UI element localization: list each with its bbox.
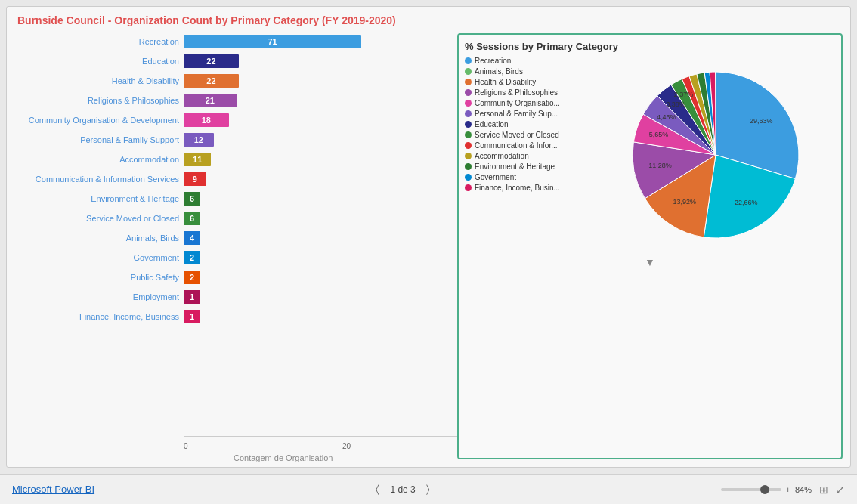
x-axis-title: Contagem de Organisation xyxy=(234,453,333,462)
bar-row: Education22 xyxy=(17,53,388,70)
bar-row: Recreation71 xyxy=(17,33,388,50)
legend-dot xyxy=(465,100,472,107)
bar-segment[interactable]: 18 xyxy=(184,113,229,127)
bar-label: Health & Disability xyxy=(17,76,184,85)
bar-wrap: 2 xyxy=(184,271,388,284)
pie-panel: % Sessions by Primary Category Recreatio… xyxy=(457,33,843,459)
bar-label: Environment & Heritage xyxy=(17,194,184,203)
legend-dot xyxy=(465,131,472,138)
bar-segment[interactable]: 9 xyxy=(184,172,206,186)
bar-wrap: 6 xyxy=(184,212,388,225)
bar-segment[interactable]: 11 xyxy=(184,153,211,166)
bar-wrap: 2 xyxy=(184,251,388,264)
pie-content: RecreationAnimals, BirdsHealth & Disabil… xyxy=(465,57,835,253)
bar-label: Accommodation xyxy=(17,155,184,164)
bar-row: Accommodation11 xyxy=(17,151,388,168)
bar-segment[interactable]: 1 xyxy=(184,290,200,304)
power-bi-brand[interactable]: Microsoft Power BI xyxy=(12,484,94,495)
legend-label: Communication & Infor... xyxy=(475,141,558,150)
legend-dot xyxy=(465,68,472,75)
pie-pct-label: 4,46% xyxy=(657,113,676,121)
bar-segment[interactable]: 6 xyxy=(184,192,200,206)
legend-dot xyxy=(465,79,472,85)
bar-label: Government xyxy=(17,253,184,262)
legend-dot xyxy=(465,184,472,191)
bar-segment[interactable]: 12 xyxy=(184,133,214,147)
bar-segment[interactable]: 4 xyxy=(184,231,200,245)
bar-label: Religions & Philosophies xyxy=(17,96,184,105)
bar-row: Service Moved or Closed6 xyxy=(17,210,388,227)
chart-title: Burnside Council - Organization Count by… xyxy=(17,14,840,26)
legend-dot xyxy=(465,57,472,64)
legend-dot xyxy=(465,110,472,117)
legend-label: Finance, Income, Busin... xyxy=(475,184,560,192)
bottom-right-controls: − + 84% ⊞ ⤢ xyxy=(711,484,845,496)
x-tick-label: 20 xyxy=(342,442,351,450)
zoom-controls: − + 84% xyxy=(711,485,812,494)
pie-pct-label: 29,63% xyxy=(749,117,772,125)
scroll-arrow[interactable]: ▼ xyxy=(465,256,835,268)
legend-label: Personal & Family Sup... xyxy=(475,110,558,118)
fullscreen-icon[interactable]: ⤢ xyxy=(836,484,845,496)
pie-pct-label: 22,66% xyxy=(735,199,758,206)
legend-item: Recreation xyxy=(465,57,589,65)
bar-segment[interactable]: 2 xyxy=(184,251,200,264)
bar-wrap: 18 xyxy=(184,113,388,127)
legend-dot xyxy=(465,89,472,96)
legend-item: Government xyxy=(465,173,589,181)
legend-label: Animals, Birds xyxy=(475,67,523,76)
legend-item: Education xyxy=(465,120,589,128)
bar-segment[interactable]: 22 xyxy=(184,54,239,68)
bar-row: Environment & Heritage6 xyxy=(17,190,388,207)
zoom-handle[interactable] xyxy=(760,485,769,494)
bar-segment[interactable]: 2 xyxy=(184,271,200,284)
zoom-plus[interactable]: + xyxy=(786,485,790,494)
pie-title: % Sessions by Primary Category xyxy=(465,41,835,52)
page-indicator: 1 de 3 xyxy=(390,484,415,495)
legend-dot xyxy=(465,121,472,128)
bar-segment[interactable]: 21 xyxy=(184,94,237,107)
pie-pct-label: 2,37% xyxy=(673,91,693,98)
bar-segment[interactable]: 6 xyxy=(184,212,200,225)
legend-dot xyxy=(465,174,472,181)
bar-row: Employment1 xyxy=(17,289,388,305)
x-tick-label: 0 xyxy=(184,442,188,450)
bar-segment[interactable]: 22 xyxy=(184,74,239,88)
pie-legend: RecreationAnimals, BirdsHealth & Disabil… xyxy=(465,57,589,253)
legend-label: Environment & Heritage xyxy=(475,162,555,171)
bar-row: Public Safety2 xyxy=(17,269,388,286)
zoom-minus[interactable]: − xyxy=(711,485,716,494)
bar-row: Communication & Information Services9 xyxy=(17,171,388,187)
legend-item: Finance, Income, Busin... xyxy=(465,184,589,192)
bar-label: Public Safety xyxy=(17,273,184,282)
legend-item: Accommodation xyxy=(465,152,589,160)
prev-page-button[interactable]: 〈 xyxy=(371,481,384,497)
bar-segment[interactable]: 1 xyxy=(184,310,200,323)
bottom-bar: Microsoft Power BI 〈 1 de 3 〉 − + 84% ⊞ … xyxy=(0,474,857,504)
bar-wrap: 9 xyxy=(184,172,388,186)
bar-segment[interactable]: 71 xyxy=(184,35,361,48)
bar-wrap: 4 xyxy=(184,231,388,245)
legend-label: Government xyxy=(475,173,516,181)
legend-label: Education xyxy=(475,120,508,128)
legend-label: Service Moved or Closed xyxy=(475,131,559,139)
legend-label: Recreation xyxy=(475,57,511,65)
bar-row: Government2 xyxy=(17,249,388,266)
bar-wrap: 6 xyxy=(184,192,388,206)
legend-dot xyxy=(465,142,472,149)
legend-dot xyxy=(465,163,472,170)
bar-chart-container: Recreation71Education22Health & Disabili… xyxy=(17,33,388,429)
bar-label: Education xyxy=(17,57,184,66)
legend-label: Accommodation xyxy=(475,152,529,160)
legend-dot xyxy=(465,153,472,159)
pie-pct-label: 11,28% xyxy=(648,162,672,169)
bar-label: Service Moved or Closed xyxy=(17,214,184,223)
legend-label: Health & Disability xyxy=(475,78,536,86)
bar-wrap: 1 xyxy=(184,310,388,323)
zoom-slider[interactable] xyxy=(721,488,781,491)
fit-page-icon[interactable]: ⊞ xyxy=(819,484,828,496)
bar-wrap: 22 xyxy=(184,74,388,88)
bar-label: Community Organisation & Development xyxy=(17,116,184,125)
next-page-button[interactable]: 〉 xyxy=(422,481,435,497)
bar-label: Animals, Birds xyxy=(17,233,184,243)
